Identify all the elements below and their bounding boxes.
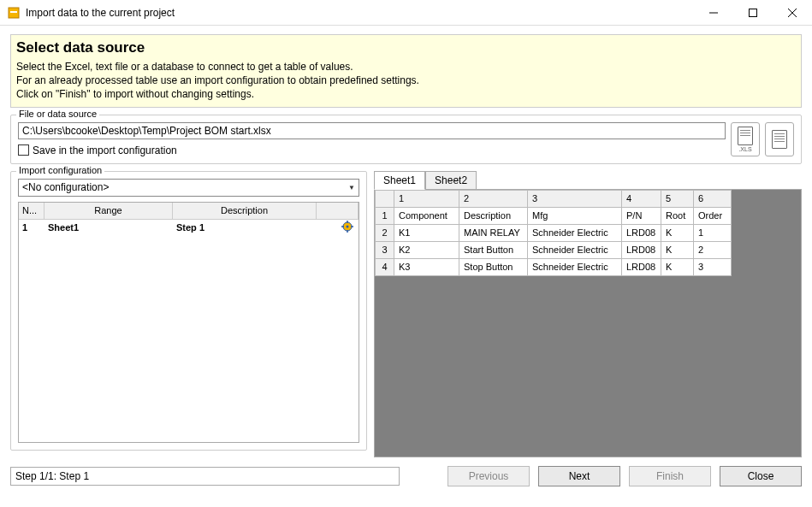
titlebar: Import data to the current project (0, 0, 812, 26)
cell[interactable]: K (661, 258, 694, 275)
finish-button[interactable]: Finish (629, 466, 711, 486)
row-header[interactable]: 4 (376, 258, 394, 275)
tab-sheet1[interactable]: Sheet1 (374, 171, 425, 190)
col-header[interactable]: 2 (459, 190, 528, 207)
gear-icon[interactable] (341, 221, 353, 233)
info-line-3: Click on "Finish" to import without chan… (16, 87, 796, 101)
sheet-tabs: Sheet1 Sheet2 (374, 171, 802, 190)
window-title: Import data to the current project (26, 7, 694, 19)
close-button[interactable] (773, 0, 812, 26)
config-combobox[interactable]: <No configuration> ▼ (18, 179, 359, 197)
table-row[interactable]: 2 K1 MAIN RELAY Schneider Electric LRD08… (376, 224, 732, 241)
cell[interactable]: 2 (694, 241, 732, 258)
col-header[interactable]: 4 (622, 190, 661, 207)
col-header[interactable]: 6 (694, 190, 732, 207)
cell[interactable]: K1 (394, 224, 459, 241)
sheet-table[interactable]: 1 2 3 4 5 6 1 Component Description Mfg … (375, 190, 732, 276)
svg-rect-1 (10, 11, 17, 13)
status-text: Step 1/1: Step 1 (10, 467, 400, 486)
config-grid: N... Range Description 1 Sheet1 Step 1 (18, 202, 359, 443)
col-header[interactable]: 1 (394, 190, 459, 207)
col-n[interactable]: N... (19, 203, 44, 219)
col-header[interactable]: 3 (528, 190, 622, 207)
info-line-2: For an already processed table use an im… (16, 74, 796, 87)
minimize-button[interactable] (694, 0, 733, 26)
svg-rect-3 (750, 9, 757, 17)
col-blank (317, 203, 359, 219)
table-row[interactable]: 1 Component Description Mfg P/N Root Ord… (376, 207, 732, 224)
app-icon (7, 6, 21, 20)
cell[interactable]: Start Button (459, 241, 528, 258)
xls-file-button[interactable]: .XLS (731, 122, 760, 156)
config-group-label: Import configuration (16, 165, 104, 175)
cell[interactable]: K (661, 241, 694, 258)
table-corner[interactable] (376, 190, 394, 207)
row-header[interactable]: 3 (376, 241, 394, 258)
info-line-1: Select the Excel, text file or a databas… (16, 60, 796, 74)
tab-sheet2[interactable]: Sheet2 (425, 171, 477, 189)
maximize-button[interactable] (733, 0, 773, 26)
cell[interactable]: LRD08 (622, 224, 661, 241)
row-header[interactable]: 2 (376, 224, 394, 241)
xls-label: .XLS (738, 146, 751, 152)
cell[interactable]: Description (459, 207, 528, 224)
next-button[interactable]: Next (538, 466, 620, 486)
file-path-input[interactable] (18, 122, 726, 139)
cell[interactable]: MAIN RELAY (459, 224, 528, 241)
cell-desc: Step 1 (173, 221, 317, 233)
text-file-button[interactable] (765, 122, 794, 156)
cell[interactable]: LRD08 (622, 241, 661, 258)
page-title: Select data source (16, 38, 796, 58)
svg-point-7 (347, 225, 349, 227)
config-row[interactable]: 1 Sheet1 Step 1 (19, 220, 359, 235)
config-grid-header: N... Range Description (19, 203, 359, 220)
cell[interactable]: K2 (394, 241, 459, 258)
cell[interactable]: 3 (694, 258, 732, 275)
import-config-group: Import configuration <No configuration> … (10, 171, 367, 451)
col-desc[interactable]: Description (173, 203, 317, 219)
sheet-preview: 1 2 3 4 5 6 1 Component Description Mfg … (374, 190, 802, 457)
cell[interactable]: Schneider Electric (528, 241, 622, 258)
cell[interactable]: LRD08 (622, 258, 661, 275)
save-config-label: Save in the import configuration (33, 144, 177, 156)
bottom-bar: Step 1/1: Step 1 Previous Next Finish Cl… (0, 463, 812, 493)
row-header[interactable]: 1 (376, 207, 394, 224)
cell[interactable]: Mfg (528, 207, 622, 224)
cell[interactable]: 1 (694, 224, 732, 241)
file-group-label: File or data source (16, 109, 99, 119)
cell[interactable]: Order (694, 207, 732, 224)
cell-range: Sheet1 (44, 221, 173, 233)
col-range[interactable]: Range (44, 203, 173, 219)
chevron-down-icon: ▼ (348, 184, 355, 192)
config-selected: <No configuration> (22, 181, 109, 193)
cell[interactable]: P/N (622, 207, 661, 224)
table-row[interactable]: 3 K2 Start Button Schneider Electric LRD… (376, 241, 732, 258)
close-dialog-button[interactable]: Close (720, 466, 802, 486)
table-row[interactable]: 4 K3 Stop Button Schneider Electric LRD0… (376, 258, 732, 275)
document-icon (772, 130, 787, 149)
col-header[interactable]: 5 (661, 190, 694, 207)
cell[interactable]: Schneider Electric (528, 258, 622, 275)
document-icon (738, 127, 753, 145)
cell[interactable]: Component (394, 207, 459, 224)
info-panel: Select data source Select the Excel, tex… (10, 34, 802, 108)
cell[interactable]: Root (661, 207, 694, 224)
cell[interactable]: K (661, 224, 694, 241)
cell-n: 1 (19, 221, 44, 233)
cell[interactable]: Schneider Electric (528, 224, 622, 241)
save-config-checkbox[interactable] (18, 144, 29, 156)
cell[interactable]: Stop Button (459, 258, 528, 275)
window-controls (694, 0, 812, 25)
cell[interactable]: K3 (394, 258, 459, 275)
file-source-group: File or data source Save in the import c… (10, 115, 802, 164)
previous-button[interactable]: Previous (447, 466, 530, 486)
